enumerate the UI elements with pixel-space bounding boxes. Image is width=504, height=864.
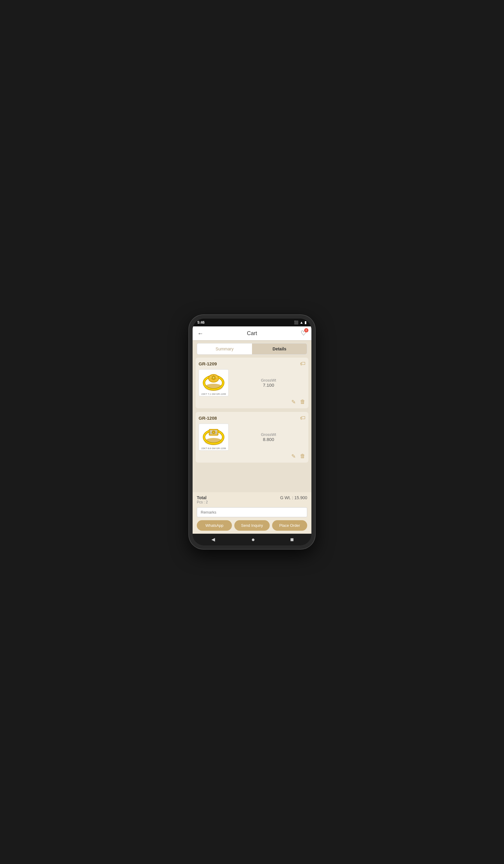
- item-2-tag-icon[interactable]: 🏷: [300, 415, 305, 421]
- remarks-input[interactable]: [197, 507, 307, 517]
- item-1-header: GR-1209 🏷: [199, 361, 305, 367]
- top-bar: ← Cart ♡ 0: [193, 326, 311, 340]
- screen: ← Cart ♡ 0 Summary Details: [193, 326, 311, 534]
- svg-point-11: [212, 376, 213, 376]
- item-2-delete-button[interactable]: 🗑: [300, 453, 305, 459]
- cart-item-1: GR-1209 🏷: [195, 358, 309, 408]
- item-2-image: 22KT 8.8 GM GR-1208: [199, 424, 229, 451]
- item-2-edit-button[interactable]: ✎: [291, 453, 296, 459]
- item-1-details: GrossWt 7.100: [232, 378, 305, 387]
- item-2-gwt-label: GrossWt: [261, 432, 276, 437]
- item-1-ring-svg: [202, 372, 226, 393]
- item-2-body: 22KT 8.8 GM GR-1208 GrossWt 8.800: [199, 424, 305, 451]
- svg-point-10: [216, 377, 217, 378]
- svg-point-9: [211, 377, 212, 378]
- svg-point-12: [215, 376, 215, 376]
- cart-footer: Total Pcs : 2 G Wt. : 15.900 WhatsApp Se…: [193, 492, 311, 534]
- nav-recent-button[interactable]: ■: [290, 536, 294, 543]
- action-buttons: WhatsApp Send Inquiry Place Order: [197, 520, 307, 531]
- phone-inner: 5:46 ⬛ ▲ ▮ ← Cart ♡ 0 Summary: [193, 319, 311, 545]
- item-1-tag-icon[interactable]: 🏷: [300, 361, 305, 367]
- total-left: Total Pcs : 2: [197, 495, 208, 504]
- item-1-edit-button[interactable]: ✎: [291, 399, 296, 405]
- nav-bar: ◄ ● ■: [193, 534, 311, 545]
- item-1-gwt-value: 7.100: [263, 383, 274, 387]
- item-2-details: GrossWt 8.800: [232, 432, 305, 442]
- item-2-gwt-value: 8.800: [263, 437, 274, 442]
- item-1-delete-button[interactable]: 🗑: [300, 399, 305, 405]
- page-title: Cart: [247, 330, 257, 337]
- total-gwt: G Wt. : 15.900: [280, 495, 307, 500]
- status-time: 5:46: [197, 320, 205, 325]
- status-bar: 5:46 ⬛ ▲ ▮: [193, 319, 311, 326]
- svg-point-24: [216, 431, 217, 432]
- item-1-image-label: 22KT 7.1 GM GR-1209: [199, 393, 228, 395]
- nav-back-button[interactable]: ◄: [210, 536, 216, 543]
- wishlist-badge: 0: [304, 328, 309, 333]
- cart-content: GR-1209 🏷: [193, 358, 311, 492]
- item-1-image: 22KT 7.1 GM GR-1209: [199, 369, 229, 396]
- wifi-icon: ⬛: [294, 320, 299, 325]
- send-inquiry-button[interactable]: Send Inquiry: [234, 520, 269, 531]
- item-2-actions: ✎ 🗑: [199, 453, 305, 459]
- total-label: Total: [197, 495, 208, 500]
- item-1-body: 22KT 7.1 GM GR-1209 GrossWt 7.100: [199, 369, 305, 396]
- tab-bar: Summary Details: [197, 343, 307, 355]
- cart-item-2: GR-1208 🏷: [195, 412, 309, 463]
- item-2-ring-svg: [202, 427, 226, 448]
- svg-point-23: [211, 431, 212, 432]
- tab-details[interactable]: Details: [252, 344, 307, 354]
- item-2-header: GR-1208 🏷: [199, 415, 305, 421]
- nav-home-button[interactable]: ●: [251, 536, 255, 543]
- total-pcs: Pcs : 2: [197, 500, 208, 504]
- item-1-code: GR-1209: [199, 361, 217, 366]
- svg-point-8: [213, 377, 215, 379]
- item-1-gwt-label: GrossWt: [261, 378, 276, 383]
- phone-frame: 5:46 ⬛ ▲ ▮ ← Cart ♡ 0 Summary: [189, 315, 315, 549]
- whatsapp-button[interactable]: WhatsApp: [197, 520, 232, 531]
- wishlist-button[interactable]: ♡ 0: [301, 329, 307, 337]
- tab-summary[interactable]: Summary: [197, 344, 252, 354]
- battery-icon: ▮: [304, 320, 307, 325]
- back-button[interactable]: ←: [197, 330, 203, 337]
- svg-point-22: [213, 432, 214, 433]
- item-1-actions: ✎ 🗑: [199, 399, 305, 405]
- item-2-image-label: 22KT 8.8 GM GR-1208: [199, 447, 228, 450]
- total-row: Total Pcs : 2 G Wt. : 15.900: [197, 495, 307, 504]
- place-order-button[interactable]: Place Order: [272, 520, 307, 531]
- signal-icon: ▲: [300, 320, 303, 325]
- status-icons: ⬛ ▲ ▮: [294, 320, 307, 325]
- item-2-code: GR-1208: [199, 416, 217, 421]
